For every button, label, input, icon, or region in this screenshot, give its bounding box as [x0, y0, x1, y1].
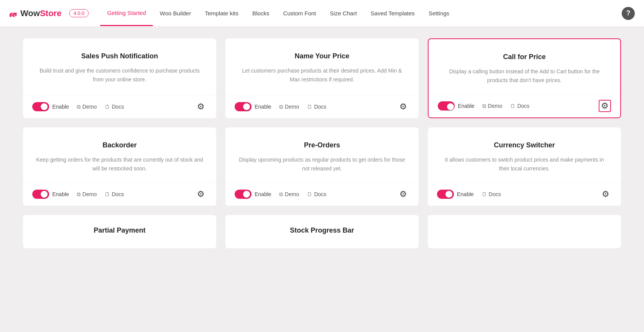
external-link-icon: ⧉ — [77, 104, 81, 110]
card-backorder-footer: Enable ⧉ Demo 🗋 Docs ⚙ — [23, 182, 216, 206]
call-for-price-docs-label: Docs — [517, 103, 530, 109]
backorder-settings-button[interactable]: ⚙ — [195, 188, 207, 200]
main-content: Sales Push Notification Build trust and … — [0, 27, 644, 260]
currency-switcher-toggle[interactable] — [437, 190, 454, 199]
card-sales-push: Sales Push Notification Build trust and … — [23, 38, 216, 118]
card-sales-push-body: Sales Push Notification Build trust and … — [23, 38, 216, 95]
logo-icon: 𝓌 — [9, 8, 17, 19]
pre-orders-demo-label: Demo — [285, 191, 299, 197]
sales-push-enable-label: Enable — [52, 104, 69, 110]
backorder-docs-label: Docs — [112, 191, 124, 197]
backorder-toggle-knob — [41, 191, 48, 198]
sales-push-toggle[interactable] — [32, 102, 49, 111]
card-pre-orders-body: Pre-Orders Display upcoming products as … — [225, 127, 419, 182]
card-pre-orders: Pre-Orders Display upcoming products as … — [225, 127, 419, 206]
card-currency-switcher-title: Currency Switcher — [440, 141, 609, 149]
docs-icon: 🗋 — [307, 191, 312, 197]
external-link-icon: ⧉ — [279, 104, 283, 110]
call-for-price-demo-label: Demo — [488, 103, 502, 109]
backorder-docs-link[interactable]: 🗋 Docs — [104, 191, 124, 197]
nav-item-saved-templates[interactable]: Saved Templates — [364, 1, 422, 26]
card-call-for-price-body: Call for Price Display a calling button … — [429, 39, 620, 94]
pre-orders-docs-label: Docs — [314, 191, 326, 197]
sales-push-demo-label: Demo — [83, 104, 97, 110]
nav-item-size-chart[interactable]: Size Chart — [323, 1, 364, 26]
name-your-price-docs-link[interactable]: 🗋 Docs — [307, 104, 326, 110]
card-name-your-price-desc: Let customers purchase products at their… — [238, 66, 406, 84]
currency-switcher-toggle-wrap: Enable — [437, 190, 474, 199]
sales-push-docs-label: Docs — [112, 104, 124, 110]
card-call-for-price: Call for Price Display a calling button … — [428, 38, 621, 118]
card-call-for-price-desc: Display a calling button instead of the … — [441, 67, 608, 85]
name-your-price-toggle-wrap: Enable — [235, 102, 272, 111]
card-currency-switcher-desc: It allows customers to switch product pr… — [440, 155, 609, 173]
call-for-price-toggle-knob — [447, 103, 454, 110]
card-currency-switcher: Currency Switcher It allows customers to… — [428, 127, 621, 206]
name-your-price-settings-button[interactable]: ⚙ — [397, 101, 409, 113]
backorder-demo-label: Demo — [83, 191, 97, 197]
docs-icon: 🗋 — [307, 104, 312, 110]
nav-item-getting-started[interactable]: Getting Started — [100, 0, 153, 26]
help-button[interactable]: ? — [622, 7, 635, 20]
name-your-price-demo-label: Demo — [285, 104, 299, 110]
logo-wow: Wow — [20, 8, 40, 18]
card-currency-switcher-body: Currency Switcher It allows customers to… — [428, 127, 621, 182]
version-badge: 4.0.0 — [69, 9, 89, 17]
card-backorder-desc: Keep getting orders for the products tha… — [35, 155, 204, 173]
call-for-price-demo-link[interactable]: ⧉ Demo — [482, 103, 502, 109]
name-your-price-toggle-knob — [243, 103, 250, 110]
cards-grid: Sales Push Notification Build trust and … — [23, 38, 621, 206]
partial-cards-row: Partial Payment Stock Progress Bar — [23, 215, 621, 248]
currency-switcher-docs-link[interactable]: 🗋 Docs — [482, 191, 501, 197]
currency-switcher-docs-label: Docs — [489, 191, 501, 197]
call-for-price-toggle-wrap: Enable — [438, 101, 475, 111]
call-for-price-enable-label: Enable — [458, 103, 475, 109]
call-for-price-settings-button[interactable]: ⚙ — [599, 100, 611, 112]
card-name-your-price-footer: Enable ⧉ Demo 🗋 Docs ⚙ — [225, 95, 419, 118]
card-pre-orders-footer: Enable ⧉ Demo 🗋 Docs ⚙ — [225, 182, 419, 206]
external-link-icon: ⧉ — [279, 191, 283, 198]
card-partial-payment-title: Partial Payment — [35, 226, 204, 235]
card-sales-push-desc: Build trust and give the customers confi… — [35, 66, 204, 84]
card-placeholder-3 — [428, 215, 621, 248]
call-for-price-toggle[interactable] — [438, 101, 455, 111]
name-your-price-docs-label: Docs — [314, 104, 326, 110]
nav-item-blocks[interactable]: Blocks — [245, 1, 276, 26]
name-your-price-demo-link[interactable]: ⧉ Demo — [279, 104, 299, 110]
currency-switcher-settings-button[interactable]: ⚙ — [599, 188, 612, 200]
backorder-demo-link[interactable]: ⧉ Demo — [77, 191, 97, 198]
docs-icon: 🗋 — [482, 191, 487, 197]
docs-icon: 🗋 — [510, 103, 515, 109]
sales-push-docs-link[interactable]: 🗋 Docs — [104, 104, 124, 110]
sales-push-toggle-knob — [41, 103, 48, 110]
card-name-your-price: Name Your Price Let customers purchase p… — [225, 38, 419, 118]
card-backorder: Backorder Keep getting orders for the pr… — [23, 127, 216, 206]
sales-push-toggle-wrap: Enable — [32, 102, 69, 111]
backorder-toggle[interactable] — [32, 190, 49, 199]
docs-icon: 🗋 — [104, 191, 110, 197]
pre-orders-demo-link[interactable]: ⧉ Demo — [279, 191, 299, 198]
nav-item-template-kits[interactable]: Template kits — [198, 1, 245, 26]
card-sales-push-footer: Enable ⧉ Demo 🗋 Docs ⚙ — [23, 95, 216, 118]
card-currency-switcher-footer: Enable 🗋 Docs ⚙ — [428, 182, 621, 206]
name-your-price-toggle[interactable] — [235, 102, 252, 111]
card-stock-progress-bar-title: Stock Progress Bar — [238, 226, 406, 235]
pre-orders-docs-link[interactable]: 🗋 Docs — [307, 191, 326, 197]
card-partial-payment: Partial Payment — [23, 215, 216, 248]
nav-item-woo-builder[interactable]: Woo Builder — [153, 1, 198, 26]
card-pre-orders-desc: Display upcoming products as regular pro… — [238, 155, 406, 173]
pre-orders-toggle-wrap: Enable — [235, 190, 272, 199]
logo: 𝓌 WowStore — [9, 8, 61, 19]
pre-orders-settings-button[interactable]: ⚙ — [397, 188, 409, 200]
card-name-your-price-title: Name Your Price — [238, 52, 406, 60]
currency-switcher-enable-label: Enable — [457, 191, 474, 197]
logo-text: WowStore — [20, 8, 61, 18]
call-for-price-docs-link[interactable]: 🗋 Docs — [510, 103, 530, 109]
sales-push-settings-button[interactable]: ⚙ — [195, 101, 207, 113]
card-call-for-price-footer: Enable ⧉ Demo 🗋 Docs ⚙ — [429, 94, 620, 117]
backorder-enable-label: Enable — [52, 191, 69, 197]
pre-orders-toggle[interactable] — [235, 190, 252, 199]
nav-item-custom-font[interactable]: Custom Font — [276, 1, 323, 26]
sales-push-demo-link[interactable]: ⧉ Demo — [77, 104, 97, 110]
nav-item-settings[interactable]: Settings — [422, 1, 456, 26]
